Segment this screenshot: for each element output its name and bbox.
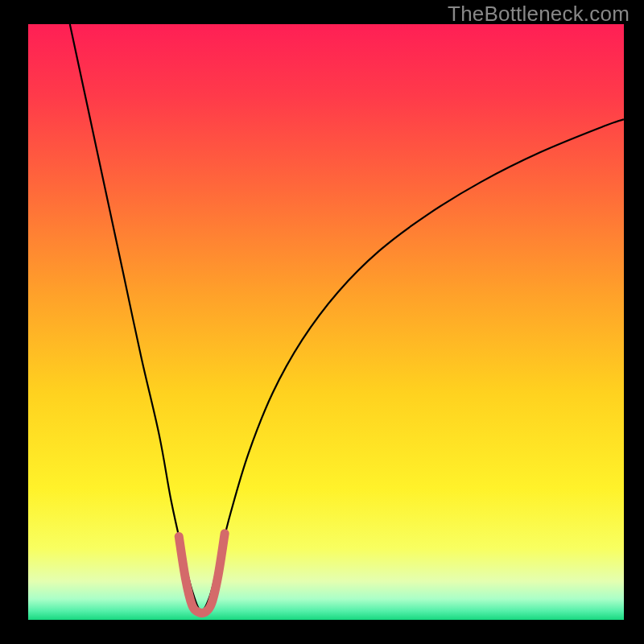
bottleneck-chart xyxy=(0,0,644,644)
gradient-background xyxy=(28,24,624,620)
watermark-text: TheBottleneck.com xyxy=(448,2,630,27)
chart-frame: { "watermark": "TheBottleneck.com", "cha… xyxy=(0,0,644,644)
